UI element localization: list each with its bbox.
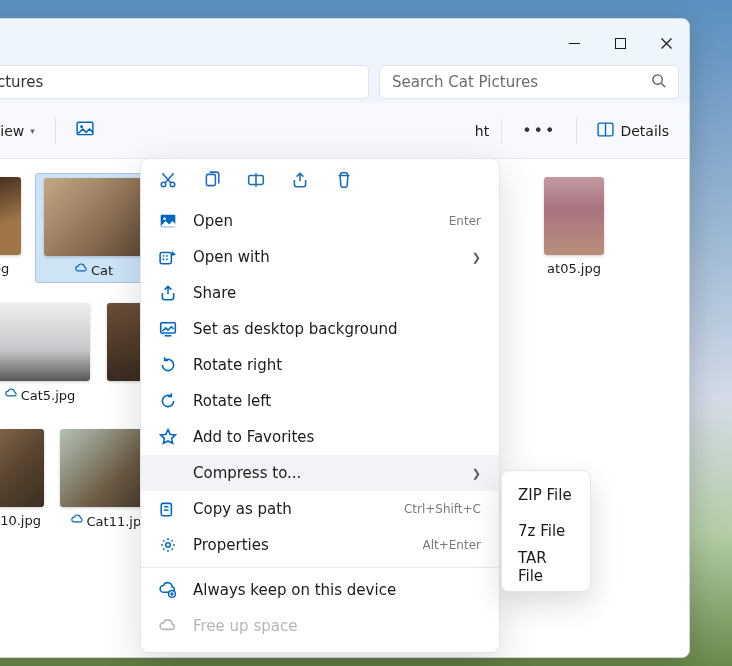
details-label: Details bbox=[620, 123, 669, 139]
toolbar: View ▾ ht ••• Details bbox=[0, 103, 689, 159]
star-icon bbox=[159, 428, 177, 446]
context-menu: Open Enter Open with ❯ Share Set as desk… bbox=[140, 158, 500, 653]
separator bbox=[501, 118, 502, 144]
cut-icon[interactable] bbox=[159, 171, 177, 193]
submenu-tar[interactable]: TAR File bbox=[502, 549, 590, 585]
cloud-keep-icon bbox=[159, 581, 177, 599]
svg-point-2 bbox=[653, 74, 662, 83]
open-with-icon bbox=[159, 248, 177, 266]
svg-point-14 bbox=[163, 217, 166, 220]
breadcrumb-text: Pictures bbox=[0, 73, 43, 91]
rotate-left-icon bbox=[159, 392, 177, 410]
menu-copy-path[interactable]: Copy as path Ctrl+Shift+C bbox=[141, 491, 499, 527]
ellipsis-icon: ••• bbox=[522, 121, 556, 140]
svg-point-19 bbox=[166, 258, 168, 260]
more-options-button[interactable]: ••• bbox=[512, 114, 566, 148]
view-label: View bbox=[0, 123, 24, 139]
details-view-button[interactable]: Details bbox=[587, 114, 679, 148]
delete-icon[interactable] bbox=[335, 171, 353, 193]
menu-always-keep[interactable]: Always keep on this device bbox=[141, 572, 499, 608]
copy-icon[interactable] bbox=[203, 171, 221, 193]
svg-line-3 bbox=[661, 83, 665, 87]
svg-rect-10 bbox=[206, 174, 215, 185]
background-tool-button[interactable] bbox=[66, 114, 104, 148]
context-toolbar bbox=[141, 165, 499, 203]
svg-point-5 bbox=[80, 125, 83, 128]
copy-path-icon bbox=[159, 500, 177, 518]
file-item[interactable]: .jpg bbox=[0, 173, 31, 283]
chevron-right-icon: ❯ bbox=[472, 467, 481, 480]
view-menu-button[interactable]: View ▾ bbox=[0, 114, 45, 148]
submenu-7z[interactable]: 7z File bbox=[502, 513, 590, 549]
breadcrumb[interactable]: Pictures bbox=[0, 65, 369, 99]
menu-open-with[interactable]: Open with ❯ bbox=[141, 239, 499, 275]
share-icon[interactable] bbox=[291, 171, 309, 193]
maximize-button[interactable] bbox=[597, 27, 643, 59]
file-item[interactable]: Cat5.jpg bbox=[0, 299, 99, 409]
menu-rotate-left[interactable]: Rotate left bbox=[141, 383, 499, 419]
blank-icon bbox=[159, 464, 177, 482]
close-button[interactable] bbox=[643, 27, 689, 59]
separator bbox=[141, 567, 499, 568]
menu-share[interactable]: Share bbox=[141, 275, 499, 311]
properties-icon bbox=[159, 536, 177, 554]
details-icon bbox=[597, 121, 614, 141]
menu-properties[interactable]: Properties Alt+Enter bbox=[141, 527, 499, 563]
svg-point-16 bbox=[163, 255, 165, 257]
svg-rect-1 bbox=[615, 38, 625, 48]
picture-icon bbox=[159, 212, 177, 230]
titlebar bbox=[0, 19, 689, 61]
menu-compress[interactable]: Compress to... ❯ bbox=[141, 455, 499, 491]
separator bbox=[55, 118, 56, 144]
rotate-right-icon bbox=[159, 356, 177, 374]
rename-icon[interactable] bbox=[247, 171, 265, 193]
separator bbox=[576, 118, 577, 144]
compress-submenu: ZIP File 7z File TAR File bbox=[501, 470, 591, 592]
desktop-background-icon bbox=[159, 320, 177, 338]
address-row: Pictures Search Cat Pictures bbox=[0, 61, 689, 103]
hidden-label-fragment: ht bbox=[475, 123, 491, 139]
submenu-zip[interactable]: ZIP File bbox=[502, 477, 590, 513]
menu-rotate-right[interactable]: Rotate right bbox=[141, 347, 499, 383]
menu-free-space: Free up space bbox=[141, 608, 499, 644]
minimize-button[interactable] bbox=[551, 27, 597, 59]
search-icon bbox=[651, 73, 666, 92]
svg-point-25 bbox=[166, 543, 171, 548]
picture-icon bbox=[76, 120, 94, 141]
search-input[interactable]: Search Cat Pictures bbox=[379, 65, 679, 99]
menu-add-favorites[interactable]: Add to Favorites bbox=[141, 419, 499, 455]
file-item[interactable]: at10.jpg bbox=[0, 425, 47, 535]
menu-set-background[interactable]: Set as desktop background bbox=[141, 311, 499, 347]
cloud-sync-icon bbox=[71, 513, 84, 529]
chevron-down-icon: ▾ bbox=[30, 126, 35, 136]
share-icon bbox=[159, 284, 177, 302]
file-item[interactable]: Cat bbox=[35, 173, 153, 283]
cloud-sync-icon bbox=[5, 387, 18, 403]
menu-open[interactable]: Open Enter bbox=[141, 203, 499, 239]
svg-rect-15 bbox=[160, 253, 171, 264]
search-placeholder: Search Cat Pictures bbox=[392, 73, 538, 91]
cloud-sync-icon bbox=[75, 262, 88, 278]
cloud-free-icon bbox=[159, 617, 177, 635]
chevron-right-icon: ❯ bbox=[472, 251, 481, 264]
svg-point-18 bbox=[163, 258, 165, 260]
file-item[interactable]: at05.jpg bbox=[541, 173, 607, 283]
svg-point-17 bbox=[166, 255, 168, 257]
